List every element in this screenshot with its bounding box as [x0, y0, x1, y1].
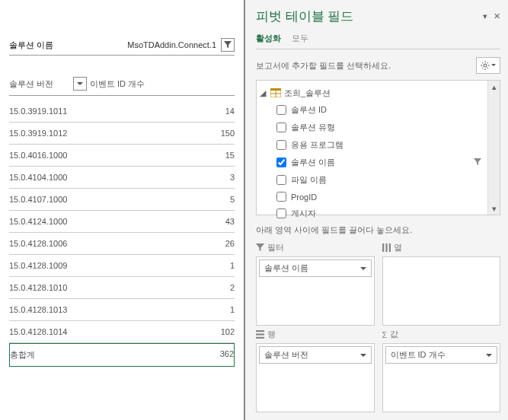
solution-name-filter-row: 솔루션 이름 MsoTDAddin.Connect.1 — [9, 38, 235, 56]
tools-button[interactable] — [476, 57, 500, 74]
svg-rect-7 — [388, 243, 390, 252]
table-row[interactable]: 15.0.4128.10102 — [9, 277, 235, 299]
cell-version: 15.0.4124.1000 — [9, 217, 181, 226]
svg-rect-6 — [385, 243, 387, 252]
cell-version: 15.0.4104.1000 — [9, 173, 181, 182]
field-checkbox[interactable] — [276, 105, 286, 115]
pivot-table-area: 솔루션 이름 MsoTDAddin.Connect.1 솔루션 버전 이벤트 I… — [0, 0, 244, 420]
cell-count: 102 — [181, 327, 235, 336]
svg-point-0 — [484, 64, 487, 67]
cell-version: 15.0.3919.1012 — [9, 129, 181, 138]
scroll-down-icon[interactable]: ▾ — [488, 202, 500, 215]
table-row[interactable]: 15.0.4016.100015 — [9, 145, 235, 167]
value-area-label: Σ 값 — [382, 329, 501, 340]
field-scrollbar[interactable]: ▴ ▾ — [487, 81, 500, 215]
table-row[interactable]: 15.0.4124.100043 — [9, 211, 235, 233]
field-checkbox[interactable] — [276, 140, 286, 150]
table-row[interactable]: 15.0.4107.10005 — [9, 189, 235, 211]
pane-options-icon[interactable]: ▾ — [483, 11, 487, 21]
table-row[interactable]: 15.0.3919.101114 — [9, 100, 235, 123]
filter-dropdown-icon[interactable] — [221, 38, 235, 52]
cell-count: 150 — [181, 129, 235, 138]
solution-name-label: 솔루션 이름 — [9, 40, 53, 51]
table-row[interactable]: 15.0.4128.1014102 — [9, 321, 235, 343]
filter-area-box[interactable]: 솔루션 이름 — [256, 256, 375, 326]
cell-count: 14 — [181, 107, 235, 116]
table-total-row[interactable]: 총합계362 — [9, 343, 235, 367]
tree-root-label: 조희_솔루션 — [284, 88, 331, 99]
svg-rect-2 — [270, 88, 281, 91]
table-body: 15.0.3919.10111415.0.3919.101215015.0.40… — [9, 100, 235, 367]
field-list-content: ◢ 조희_솔루션 솔루션 ID솔루션 유형응용 프로그램솔루션 이름파일 이름P… — [257, 81, 487, 215]
table-header: 솔루션 버전 이벤트 ID 개수 — [9, 77, 235, 96]
tab-all[interactable]: 모두 — [292, 33, 308, 44]
cell-version: 15.0.4128.1010 — [9, 283, 181, 292]
tree-root[interactable]: ◢ 조희_솔루션 — [260, 85, 484, 101]
svg-rect-10 — [256, 337, 264, 339]
field-label: 솔루션 ID — [291, 104, 327, 116]
scroll-up-icon[interactable]: ▴ — [488, 81, 500, 93]
filter-icon[interactable] — [474, 158, 481, 167]
field-label: 솔루션 유형 — [291, 122, 335, 133]
field-label: 응용 프로그램 — [291, 139, 343, 151]
table-row[interactable]: 15.0.3919.1012150 — [9, 123, 235, 145]
field-list-box: ◢ 조희_솔루션 솔루션 ID솔루션 유형응용 프로그램솔루션 이름파일 이름P… — [256, 80, 500, 215]
cell-version: 15.0.4107.1000 — [9, 195, 181, 204]
field-item[interactable]: 솔루션 이름 — [260, 154, 484, 171]
field-checkbox[interactable] — [276, 123, 286, 132]
close-icon[interactable]: ✕ — [494, 11, 500, 21]
field-item[interactable]: 솔루션 ID — [260, 101, 484, 119]
cell-version: 15.0.4128.1013 — [9, 305, 181, 314]
cell-version: 15.0.4128.1006 — [9, 239, 181, 248]
field-tabs: 활성화 모두 — [256, 33, 500, 49]
pane-title: 피벗 테이블 필드 — [256, 8, 353, 25]
value-area-box[interactable]: 이벤트 ID 개수 — [382, 343, 501, 412]
total-label: 총합계 — [10, 349, 181, 361]
value-area-item[interactable]: 이벤트 ID 개수 — [385, 346, 498, 364]
field-item[interactable]: 응용 프로그램 — [260, 136, 484, 154]
version-dropdown-icon[interactable] — [73, 77, 87, 91]
cell-version: 15.0.3919.1011 — [9, 107, 181, 116]
svg-rect-5 — [382, 243, 384, 252]
field-label: 파일 이름 — [291, 174, 327, 186]
filter-area-item[interactable]: 솔루션 이름 — [259, 259, 372, 277]
cell-count: 5 — [181, 195, 235, 204]
cell-version: 15.0.4016.1000 — [9, 151, 181, 160]
prompt-text: 보고서에 추가할 필드를 선택하세요. — [256, 60, 391, 72]
prompt-row: 보고서에 추가할 필드를 선택하세요. — [256, 57, 500, 74]
field-label: 솔루션 이름 — [291, 157, 335, 168]
table-row[interactable]: 15.0.4104.10003 — [9, 167, 235, 189]
table-icon — [270, 88, 281, 99]
cell-count: 2 — [181, 283, 235, 292]
field-label: 게시자 — [291, 208, 316, 219]
field-checkbox[interactable] — [276, 158, 286, 167]
row-area-item[interactable]: 솔루션 버전 — [259, 346, 372, 364]
field-item[interactable]: 솔루션 유형 — [260, 119, 484, 136]
cell-count: 1 — [181, 261, 235, 270]
table-row[interactable]: 15.0.4128.10091 — [9, 255, 235, 277]
pane-controls: ▾ ✕ — [483, 11, 500, 21]
field-item[interactable]: 게시자 — [260, 205, 484, 222]
drop-areas: 필터 열 솔루션 이름 행 Σ 값 솔루션 버전 — [256, 242, 500, 412]
column-area-box[interactable] — [382, 256, 501, 326]
pane-title-row: 피벗 테이블 필드 ▾ ✕ — [256, 8, 500, 25]
tree-collapse-icon[interactable]: ◢ — [260, 88, 267, 98]
field-checkbox[interactable] — [276, 208, 286, 218]
cell-version: 15.0.4128.1014 — [9, 327, 181, 336]
field-item[interactable]: 파일 이름 — [260, 171, 484, 189]
cell-version: 15.0.4128.1009 — [9, 261, 181, 270]
field-item[interactable]: ProgID — [260, 189, 484, 205]
drop-prompt: 아래 영역 사이에 필드를 끌어다 놓으세요. — [256, 224, 500, 236]
cell-count: 43 — [181, 217, 235, 226]
field-checkbox[interactable] — [276, 192, 286, 202]
row-area-box[interactable]: 솔루션 버전 — [256, 343, 375, 412]
table-row[interactable]: 15.0.4128.10131 — [9, 299, 235, 321]
cell-count: 15 — [181, 151, 235, 160]
tab-active[interactable]: 활성화 — [256, 33, 281, 44]
table-row[interactable]: 15.0.4128.100626 — [9, 233, 235, 255]
header-version: 솔루션 버전 — [9, 78, 70, 90]
field-list-pane: 피벗 테이블 필드 ▾ ✕ 활성화 모두 보고서에 추가할 필드를 선택하세요.… — [245, 0, 508, 420]
column-area-label: 열 — [382, 242, 501, 253]
cell-count: 26 — [181, 239, 235, 248]
field-checkbox[interactable] — [276, 175, 286, 185]
